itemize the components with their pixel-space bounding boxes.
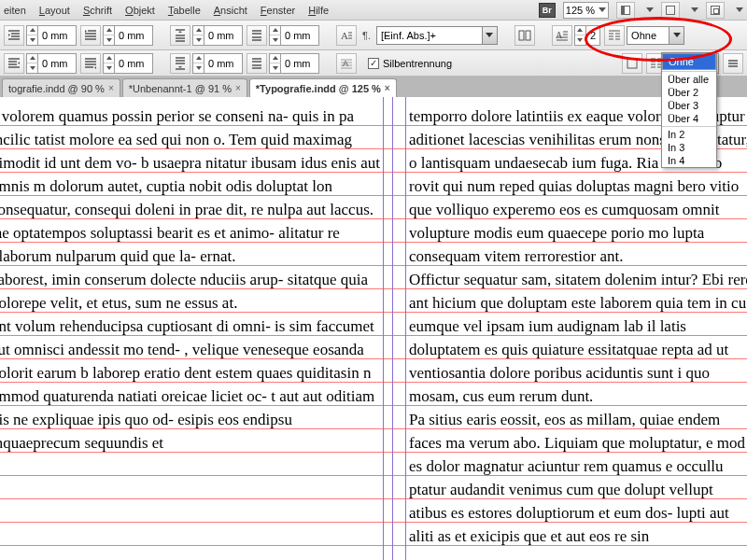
indent-first-line-field[interactable]: 0 mm <box>103 25 153 46</box>
span-columns-dropdown-menu: Ohne Über alle Über 2 Über 3 Über 4 In 2… <box>661 52 717 168</box>
close-icon[interactable]: × <box>385 83 390 93</box>
hyphenation-checkbox[interactable]: ✓Silbentrennung <box>368 58 452 69</box>
document-tabs: tografie.indd @ 90 %× *Unbenannt-1 @ 91 … <box>0 77 747 97</box>
indent-last-line-icon[interactable] <box>80 53 101 74</box>
dropcap-lines-field[interactable]: 2 <box>574 25 600 46</box>
dropcap-lines-icon[interactable]: A <box>552 25 572 46</box>
screen-mode-icon[interactable] <box>661 2 680 19</box>
indent-left-icon[interactable] <box>4 25 24 46</box>
svg-rect-2 <box>526 31 530 40</box>
arrange-icon[interactable] <box>706 2 725 19</box>
space-before-icon[interactable] <box>170 25 190 46</box>
svg-text:A: A <box>341 30 348 41</box>
text-column-right[interactable]: temporro dolore latintiis ex eaque volor… <box>409 105 747 560</box>
document-tab[interactable]: *Unbenannt-1 @ 91 %× <box>122 78 247 97</box>
svg-text:A: A <box>343 59 348 68</box>
paragraph-style-select[interactable]: [Einf. Abs.]+ <box>376 26 498 45</box>
dropdown-option[interactable]: Über 3 <box>662 99 716 112</box>
indent-right-field[interactable]: 0 mm <box>26 53 77 74</box>
svg-rect-5 <box>627 59 637 68</box>
dropdown-option[interactable]: Über 4 <box>662 112 716 125</box>
dropdown-option[interactable]: In 4 <box>662 154 716 167</box>
chevron-down-icon <box>669 27 684 44</box>
menu-tabelle[interactable]: Tabelle <box>168 5 201 16</box>
baseline-grid-icon[interactable]: A <box>336 53 357 74</box>
dropdown-option[interactable]: In 3 <box>662 141 716 154</box>
menu-fenster[interactable]: Fenster <box>261 5 295 16</box>
dropdown-option[interactable]: Über 2 <box>662 86 716 99</box>
menu-hilfe[interactable]: Hilfe <box>308 5 329 16</box>
document-view[interactable]: e volorem quamus possin perior se consen… <box>0 97 747 560</box>
dropdown-option[interactable]: Ohne <box>662 53 716 70</box>
space-between-same-icon[interactable] <box>247 53 267 74</box>
zoom-select[interactable]: 125 % <box>563 2 609 19</box>
menu-ansicht[interactable]: Ansicht <box>214 5 247 16</box>
panel-menu-icon[interactable] <box>723 53 743 74</box>
span-columns-select[interactable]: Ohne <box>627 26 684 45</box>
close-icon[interactable]: × <box>108 83 114 93</box>
space-between-icon[interactable] <box>247 25 267 46</box>
dropdown-option[interactable]: In 2 <box>662 128 716 141</box>
checkbox-icon: ✓ <box>368 58 379 69</box>
menu-file-partial[interactable]: eiten <box>4 5 26 16</box>
space-before-field[interactable]: 0 mm <box>192 25 243 46</box>
text-column-left[interactable]: e volorem quamus possin perior se consen… <box>0 105 381 560</box>
span-columns-icon[interactable] <box>604 25 625 46</box>
svg-text:A: A <box>556 30 563 40</box>
align-to-grid-icon[interactable] <box>622 53 642 74</box>
space-after-icon[interactable] <box>170 53 190 74</box>
menu-objekt[interactable]: Objekt <box>125 5 155 16</box>
dropdown-option[interactable]: Über alle <box>662 73 716 86</box>
menu-layout[interactable]: Layout <box>39 5 70 16</box>
indent-first-line-icon[interactable] <box>80 25 101 46</box>
chevron-down-icon <box>599 7 606 12</box>
indent-left-field[interactable]: 0 mm <box>26 25 77 46</box>
chevron-down-icon <box>691 7 698 12</box>
menu-bar: eiten Layout Schrift Objekt Tabelle Ansi… <box>0 0 747 21</box>
document-tab[interactable]: *Typografie.indd @ 125 %× <box>249 78 397 97</box>
menu-schrift[interactable]: Schrift <box>83 5 112 16</box>
space-after-field[interactable]: 0 mm <box>192 53 243 74</box>
view-mode-icon[interactable] <box>616 2 635 19</box>
close-icon[interactable]: × <box>235 83 241 93</box>
chevron-down-icon <box>482 27 497 44</box>
space-between-same-field[interactable]: 0 mm <box>269 53 319 74</box>
chevron-down-icon <box>736 7 743 12</box>
space-between-field[interactable]: 0 mm <box>269 25 319 46</box>
columns-icon[interactable] <box>514 25 535 46</box>
indent-right-icon[interactable] <box>4 53 24 74</box>
svg-rect-1 <box>519 31 524 40</box>
bridge-icon[interactable]: Br <box>539 3 556 18</box>
control-panel-row1: 0 mm 0 mm 0 mm 0 mm A ¶. [Einf. Abs.]+ A… <box>0 21 747 50</box>
dropcap-icon[interactable]: A <box>336 25 357 46</box>
document-tab[interactable]: tografie.indd @ 90 %× <box>2 78 120 97</box>
control-panel-row2: 0 mm 0 mm 0 mm 0 mm A ✓Silbentrennung 8 … <box>0 50 747 77</box>
indent-last-line-field[interactable]: 0 mm <box>103 53 153 74</box>
chevron-down-icon <box>646 7 654 12</box>
